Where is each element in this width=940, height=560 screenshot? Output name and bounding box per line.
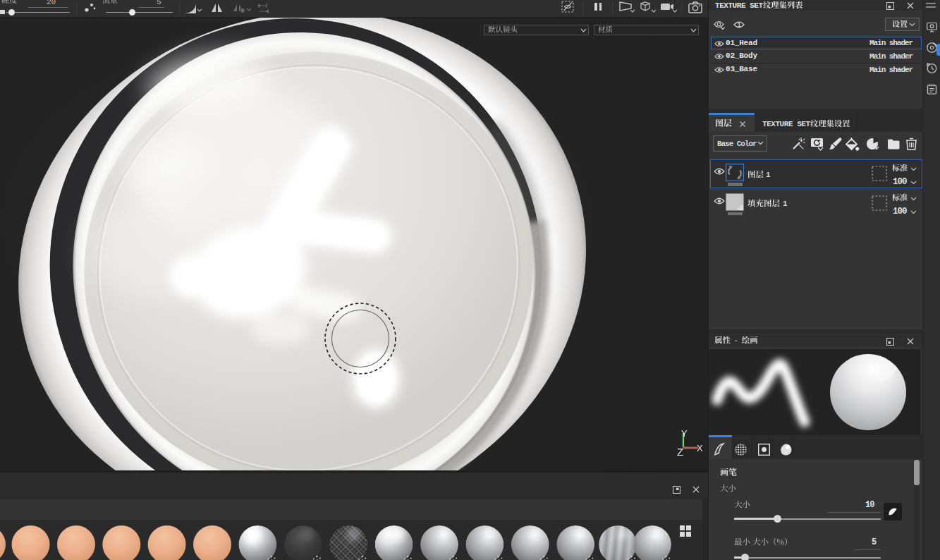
svg-text:Y: Y bbox=[681, 428, 688, 439]
svg-text:Z: Z bbox=[677, 446, 683, 458]
svg-text:1: 1 bbox=[738, 21, 741, 28]
svg-text:X: X bbox=[697, 443, 703, 454]
